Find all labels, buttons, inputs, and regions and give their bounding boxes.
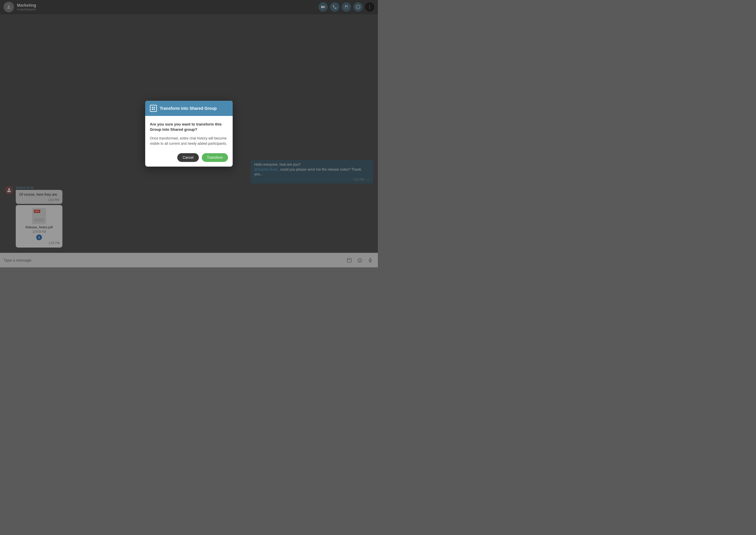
svg-rect-21 bbox=[154, 109, 155, 110]
dialog-title: Transform into Shared Group bbox=[160, 106, 217, 111]
modal-overlay: Transform into Shared Group Are you sure… bbox=[0, 0, 378, 268]
dialog-body: Are you sure you want to transform this … bbox=[145, 116, 233, 167]
dialog-description: Once transformed, entire chat history wi… bbox=[150, 136, 228, 146]
transform-button[interactable]: Transform bbox=[202, 153, 228, 162]
svg-rect-19 bbox=[154, 107, 155, 108]
svg-rect-20 bbox=[152, 109, 153, 110]
dialog-header: Transform into Shared Group bbox=[145, 101, 233, 116]
svg-rect-18 bbox=[152, 107, 153, 108]
transform-dialog: Transform into Shared Group Are you sure… bbox=[145, 101, 233, 167]
dialog-question: Are you sure you want to transform this … bbox=[150, 122, 228, 132]
cancel-button[interactable]: Cancel bbox=[177, 153, 198, 162]
dialog-actions: Cancel Transform bbox=[150, 153, 228, 162]
dialog-header-icon bbox=[150, 105, 157, 112]
